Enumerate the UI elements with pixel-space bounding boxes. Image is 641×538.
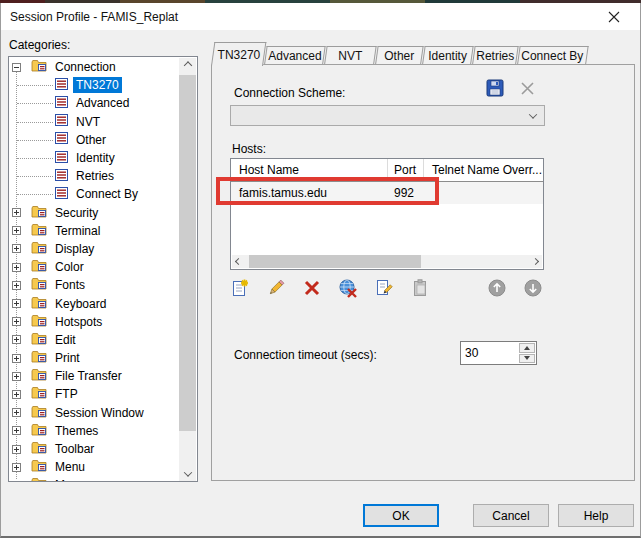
tree-expander-icon[interactable]	[12, 390, 21, 399]
scroll-left-icon[interactable]	[232, 255, 245, 268]
category-item-identity[interactable]: Identity	[10, 149, 180, 167]
scroll-down-icon[interactable]	[179, 465, 196, 482]
category-item-hotspots[interactable]: Hotspots	[10, 313, 180, 331]
category-item-label: Identity	[73, 150, 118, 166]
tree-expander-icon[interactable]	[12, 335, 21, 344]
tab-tn3270[interactable]: TN3270	[211, 42, 266, 66]
folder-icon	[31, 405, 47, 421]
category-item-other[interactable]: Other	[10, 131, 180, 149]
help-button[interactable]: Help	[558, 504, 634, 527]
tab-other[interactable]: Other	[375, 46, 424, 65]
tree-expander-icon[interactable]	[12, 299, 21, 308]
list-icon	[55, 151, 68, 166]
category-item-label: Edit	[52, 332, 79, 348]
tree-expander-icon[interactable]	[12, 263, 21, 272]
category-item-keyboard[interactable]: Keyboard	[10, 294, 180, 312]
tab-nvt[interactable]: NVT	[324, 46, 377, 65]
tree-expander-icon[interactable]	[12, 408, 21, 417]
category-item-security[interactable]: Security	[10, 204, 180, 222]
tab-retries[interactable]: Retries	[472, 46, 519, 65]
category-item-color[interactable]: Color	[10, 258, 180, 276]
hosts-column-header[interactable]: Host Name	[231, 159, 388, 181]
spin-up-icon[interactable]	[519, 343, 535, 353]
delete-all-hosts-button[interactable]	[338, 278, 358, 298]
new-document-icon	[230, 278, 250, 298]
list-icon	[55, 114, 68, 129]
hosts-horizontal-scrollbar[interactable]	[232, 255, 542, 268]
tab-identity[interactable]: Identity	[422, 46, 474, 65]
category-item-mouse[interactable]: Mouse	[10, 476, 180, 481]
spin-down-icon[interactable]	[519, 354, 535, 364]
scrollbar-thumb[interactable]	[179, 75, 196, 431]
tn3270-tab-panel: Connection Scheme: Hosts: Ho	[211, 64, 635, 481]
hosts-column-header[interactable]: Port	[388, 159, 424, 181]
delete-host-button[interactable]	[302, 278, 322, 298]
tree-expander-icon[interactable]	[12, 354, 21, 363]
modify-host-button[interactable]	[374, 278, 394, 298]
folder-icon	[31, 477, 47, 481]
category-item-label: Session Window	[52, 405, 147, 421]
category-item-ftp[interactable]: FTP	[10, 385, 180, 403]
category-item-toolbar[interactable]: Toolbar	[10, 440, 180, 458]
category-item-themes[interactable]: Themes	[10, 422, 180, 440]
folder-icon	[31, 350, 47, 366]
add-host-button[interactable]	[230, 278, 250, 298]
tab-label: Retries	[476, 49, 514, 63]
tree-expander-icon[interactable]	[12, 63, 21, 72]
categories-scrollbar[interactable]	[179, 58, 196, 482]
folder-icon	[31, 259, 47, 275]
category-item-terminal[interactable]: Terminal	[10, 222, 180, 240]
folder-icon	[31, 368, 47, 384]
tree-expander-icon[interactable]	[12, 463, 21, 472]
connection-timeout-spinner	[460, 341, 537, 365]
connection-scheme-combobox[interactable]	[230, 105, 545, 126]
tab-label: TN3270	[217, 48, 260, 62]
clear-scheme-icon[interactable]	[520, 81, 535, 99]
tree-expander-icon[interactable]	[12, 317, 21, 326]
category-item-retries[interactable]: Retries	[10, 167, 180, 185]
category-item-tn3270[interactable]: TN3270	[10, 76, 180, 94]
scroll-right-icon[interactable]	[529, 255, 542, 268]
category-item-edit[interactable]: Edit	[10, 331, 180, 349]
categories-tree: Connection TN3270 Advanced	[10, 58, 180, 481]
tab-connect-by[interactable]: Connect By	[517, 46, 589, 65]
category-item-advanced[interactable]: Advanced	[10, 94, 180, 112]
category-item-display[interactable]: Display	[10, 240, 180, 258]
title-bar: Session Profile - FAMIS_Replat	[1, 3, 640, 30]
tab-label: Connect By	[522, 49, 584, 63]
host-row[interactable]: famis.tamus.edu 992	[231, 182, 543, 204]
ok-button[interactable]: OK	[363, 504, 439, 527]
list-icon	[55, 169, 68, 184]
category-item-session-window[interactable]: Session Window	[10, 404, 180, 422]
edit-host-button[interactable]	[266, 278, 286, 298]
category-item-label: Retries	[73, 168, 117, 184]
connection-timeout-input[interactable]	[465, 344, 513, 362]
connection-scheme-label: Connection Scheme:	[234, 86, 345, 100]
category-item-nvt[interactable]: NVT	[10, 113, 180, 131]
save-scheme-icon[interactable]	[486, 79, 504, 100]
close-icon[interactable]	[606, 9, 622, 25]
folder-icon	[31, 223, 47, 239]
tree-expander-icon[interactable]	[12, 426, 21, 435]
category-item-fonts[interactable]: Fonts	[10, 276, 180, 294]
category-item-label: Hotspots	[52, 314, 105, 330]
folder-icon	[31, 205, 47, 221]
tree-expander-icon[interactable]	[12, 281, 21, 290]
tree-expander-icon[interactable]	[12, 208, 21, 217]
tree-expander-icon[interactable]	[12, 244, 21, 253]
category-item-print[interactable]: Print	[10, 349, 180, 367]
category-item-connect-by[interactable]: Connect By	[10, 185, 180, 203]
category-item-file-transfer[interactable]: File Transfer	[10, 367, 180, 385]
tab-advanced[interactable]: Advanced	[264, 46, 326, 65]
cancel-button[interactable]: Cancel	[473, 504, 549, 527]
host-name-cell: famis.tamus.edu	[231, 186, 388, 200]
tree-expander-icon[interactable]	[12, 226, 21, 235]
tree-expander-icon[interactable]	[12, 372, 21, 381]
scroll-up-icon[interactable]	[179, 58, 196, 75]
hscrollbar-thumb[interactable]	[249, 255, 421, 268]
list-icon	[55, 187, 68, 202]
hosts-column-header[interactable]: Telnet Name Overr...	[424, 159, 543, 181]
tree-expander-icon[interactable]	[12, 445, 21, 454]
category-item-connection[interactable]: Connection	[10, 58, 180, 76]
category-item-menu[interactable]: Menu	[10, 458, 180, 476]
